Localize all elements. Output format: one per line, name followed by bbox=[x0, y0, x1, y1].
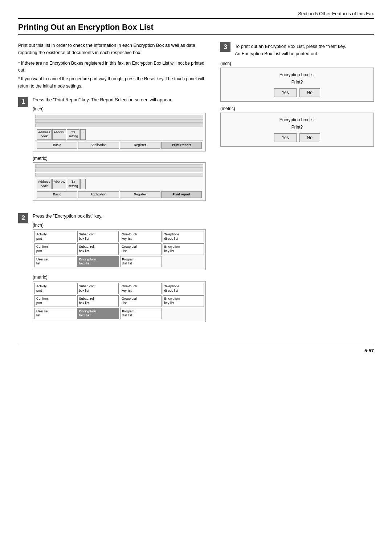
step3-inch-label: (inch) bbox=[220, 61, 374, 66]
step2-inch-label: (inch) bbox=[33, 223, 206, 228]
print-report-tab-metric[interactable]: Print report bbox=[161, 191, 202, 198]
addr-tabs-metric: Addressbook Abbrev. Txsetting ... bbox=[35, 178, 203, 190]
step1-inch-screen: Addressbook Abbrev. TXsetting ... Basic … bbox=[33, 113, 206, 151]
intro-note1: * If there are no Encryption Boxes regis… bbox=[18, 60, 206, 74]
no-button-inch[interactable]: No bbox=[299, 88, 320, 97]
step2-metric-menu: Activityport Subad confbox list One-touc… bbox=[33, 281, 206, 322]
step3-metric-label: (metric) bbox=[220, 106, 374, 111]
yes-button-metric[interactable]: Yes bbox=[274, 133, 297, 142]
screen-row bbox=[35, 119, 203, 123]
dialog-buttons-inch: Yes No bbox=[226, 88, 368, 97]
addr-tab-metric[interactable]: Addressbook bbox=[37, 179, 52, 189]
cell-empty bbox=[163, 256, 204, 267]
section-title: Printing Out an Encryption Box List bbox=[18, 23, 374, 35]
cell-one-touch-m[interactable]: One-touchkey list bbox=[120, 283, 162, 294]
step2-block: 2 Press the "Encryption box list" key. (… bbox=[18, 212, 206, 327]
yes-button-inch[interactable]: Yes bbox=[274, 88, 297, 97]
dialog-prompt-metric: Print? bbox=[226, 125, 368, 130]
step1-block: 1 Press the "Print Report" key. The Repo… bbox=[18, 96, 206, 205]
report-tabs-metric: Basic Application Register Print report bbox=[35, 190, 203, 199]
menu-row-3: User set.list Encryptionbox list Program… bbox=[34, 256, 204, 267]
basic-tab[interactable]: Basic bbox=[37, 142, 77, 149]
abbrev-tab[interactable]: Abbrev. bbox=[52, 129, 66, 140]
step1-metric-screen: Addressbook Abbrev. Txsetting ... Basic … bbox=[33, 162, 206, 201]
cell-program-dial-m[interactable]: Programdial list bbox=[120, 308, 162, 319]
step3-desc-line2: An Encryption Box List will be printed o… bbox=[235, 51, 318, 56]
menu-row-1: Activityport Subad confbox list One-touc… bbox=[34, 231, 204, 242]
addr-tab[interactable]: Addressbook bbox=[37, 129, 52, 140]
step2-content: Press the "Encryption box list" key. (in… bbox=[33, 212, 206, 327]
cell-group-dial[interactable]: Group dialList bbox=[120, 243, 162, 255]
cell-telephone[interactable]: Telephonedirect. list bbox=[163, 231, 204, 242]
page-layout: Print out this list in order to check th… bbox=[18, 42, 374, 334]
step3-block: 3 To print out an Encryption Box List, p… bbox=[220, 42, 374, 147]
left-column: Print out this list in order to check th… bbox=[18, 42, 206, 334]
report-tabs-inch: Basic Application Register Print Report bbox=[35, 141, 203, 150]
cell-group-dial-m[interactable]: Group dialList bbox=[120, 295, 162, 307]
cell-confirm-m[interactable]: Confirm.port bbox=[34, 295, 76, 307]
right-column: 3 To print out an Encryption Box List, p… bbox=[220, 42, 374, 334]
no-button-metric[interactable]: No bbox=[299, 133, 320, 142]
dialog-title-metric: Encryption box list bbox=[226, 117, 368, 122]
intro-note2: * If you want to cancel the procedure pa… bbox=[18, 76, 206, 89]
menu-row-m1: Activityport Subad confbox list One-touc… bbox=[34, 283, 204, 294]
step1-metric-label: (metric) bbox=[33, 156, 206, 161]
page-header: Section 5 Other Features of this Fax bbox=[18, 11, 374, 19]
cell-encryption-key[interactable]: Encryptionkey list bbox=[163, 243, 204, 255]
step2-metric-label: (metric) bbox=[33, 275, 206, 280]
screen-row bbox=[35, 115, 203, 118]
menu-row-m3: User set.list Encryptionbox list Program… bbox=[34, 308, 204, 319]
cell-user-set[interactable]: User set.list bbox=[34, 256, 76, 267]
step1-inch-label: (inch) bbox=[33, 106, 206, 112]
screen-row bbox=[35, 169, 203, 172]
tx-setting-tab[interactable]: TXsetting bbox=[67, 129, 79, 140]
step3-metric-dialog: Encryption box list Print? Yes No bbox=[220, 113, 374, 147]
print-report-tab[interactable]: Print Report bbox=[161, 142, 202, 149]
dialog-prompt-inch: Print? bbox=[226, 80, 368, 85]
dialog-buttons-metric: Yes No bbox=[226, 133, 368, 142]
register-tab[interactable]: Register bbox=[120, 142, 160, 149]
step3-text: To print out an Encryption Box List, pre… bbox=[235, 42, 346, 57]
cell-encryption-box[interactable]: Encryptionbox list bbox=[77, 256, 119, 267]
more-tab[interactable]: ... bbox=[80, 129, 86, 140]
step2-number: 2 bbox=[18, 213, 28, 223]
cell-telephone-m[interactable]: Telephonedirect. list bbox=[163, 283, 204, 294]
dialog-title-inch: Encryption box list bbox=[226, 72, 368, 77]
cell-subad-rel[interactable]: Subad. relbox list bbox=[77, 243, 119, 255]
step1-number: 1 bbox=[18, 97, 28, 107]
menu-row-2: Confirm.port Subad. relbox list Group di… bbox=[34, 243, 204, 255]
header-text: Section 5 Other Features of this Fax bbox=[298, 11, 374, 16]
step1-content: Press the "Print Report" key. The Report… bbox=[33, 96, 206, 205]
more-tab-metric[interactable]: ... bbox=[80, 179, 86, 189]
basic-tab-metric[interactable]: Basic bbox=[37, 191, 77, 198]
screen-row bbox=[35, 173, 203, 177]
cell-subad-rel-m[interactable]: Subad. relbox list bbox=[77, 295, 119, 307]
cell-subad-conf[interactable]: Subad confbox list bbox=[77, 231, 119, 242]
intro-paragraph: Print out this list in order to check th… bbox=[18, 42, 206, 56]
tx-setting-tab-metric[interactable]: Txsetting bbox=[67, 179, 79, 189]
cell-user-set-m[interactable]: User set.list bbox=[34, 308, 76, 319]
cell-subad-conf-m[interactable]: Subad confbox list bbox=[77, 283, 119, 294]
step2-description: Press the "Encryption box list" key. bbox=[33, 212, 206, 220]
step3-desc-line1: To print out an Encryption Box List, pre… bbox=[235, 44, 346, 49]
cell-activity-port[interactable]: Activityport bbox=[34, 231, 76, 242]
cell-encryption-key-m[interactable]: Encryptionkey list bbox=[163, 295, 204, 307]
screen-row bbox=[35, 164, 203, 168]
cell-program-dial[interactable]: Programdial list bbox=[120, 256, 162, 267]
step2-inch-menu: Activityport Subad confbox list One-touc… bbox=[33, 229, 206, 270]
step3-inch-dialog: Encryption box list Print? Yes No bbox=[220, 68, 374, 102]
page-number: 5-57 bbox=[364, 348, 374, 353]
cell-activity-port-m[interactable]: Activityport bbox=[34, 283, 76, 294]
step1-description: Press the "Print Report" key. The Report… bbox=[33, 96, 206, 104]
page-footer: 5-57 bbox=[18, 345, 374, 353]
cell-confirm[interactable]: Confirm.port bbox=[34, 243, 76, 255]
application-tab[interactable]: Application bbox=[78, 142, 119, 149]
step3-number: 3 bbox=[220, 42, 230, 52]
application-tab-metric[interactable]: Application bbox=[78, 191, 119, 198]
abbrev-tab-metric[interactable]: Abbrev. bbox=[52, 179, 66, 189]
cell-one-touch[interactable]: One-touchkey list bbox=[120, 231, 162, 242]
register-tab-metric[interactable]: Register bbox=[120, 191, 160, 198]
cell-encryption-box-m[interactable]: Encryptionbox list bbox=[77, 308, 119, 319]
menu-row-m2: Confirm.port Subad. relbox list Group di… bbox=[34, 295, 204, 307]
screen-row bbox=[35, 123, 203, 127]
